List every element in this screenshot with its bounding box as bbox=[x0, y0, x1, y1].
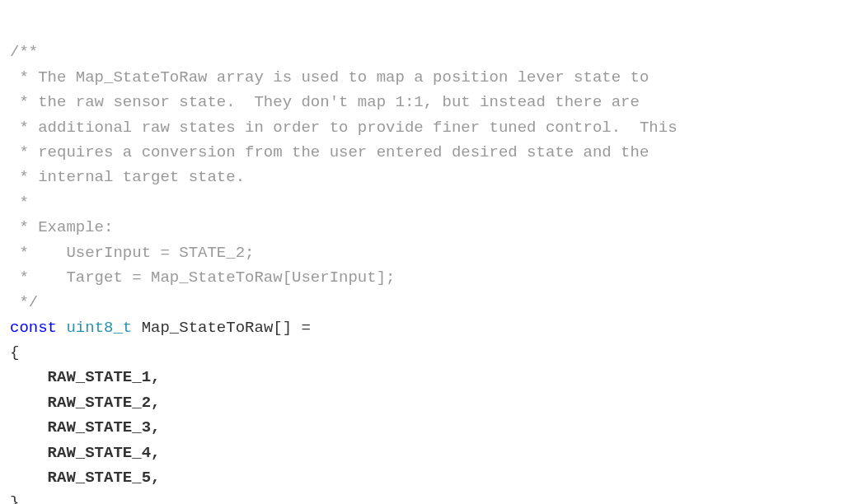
array-item: RAW_STATE_2, bbox=[10, 394, 160, 412]
code-block: /** * The Map_StateToRaw array is used t… bbox=[10, 15, 834, 504]
comment-line: * additional raw states in order to prov… bbox=[10, 119, 678, 137]
array-item: RAW_STATE_1, bbox=[10, 368, 160, 386]
keyword-const: const bbox=[10, 319, 57, 337]
comment-close: */ bbox=[10, 293, 38, 311]
comment-line: * The Map_StateToRaw array is used to ma… bbox=[10, 68, 649, 86]
comment-line: * the raw sensor state. They don't map 1… bbox=[10, 93, 640, 111]
comment-blank: * bbox=[10, 194, 29, 212]
comment-ex-line: * UserInput = STATE_2; bbox=[10, 244, 254, 262]
array-item: RAW_STATE_4, bbox=[10, 444, 160, 462]
comment-line: * internal target state. bbox=[10, 168, 245, 186]
array-declaration: Map_StateToRaw[] = bbox=[142, 319, 311, 337]
brace-close: } bbox=[10, 493, 19, 504]
comment-ex-line: * Target = Map_StateToRaw[UserInput]; bbox=[10, 268, 395, 287]
declaration-line: const uint8_t Map_StateToRaw[] = bbox=[10, 319, 311, 337]
array-item: RAW_STATE_5, bbox=[10, 469, 160, 487]
brace-open: { bbox=[10, 343, 19, 362]
comment-example: * Example: bbox=[10, 218, 113, 236]
comment-open: /** bbox=[10, 43, 38, 61]
comment-line: * requires a conversion from the user en… bbox=[10, 143, 649, 161]
array-item: RAW_STATE_3, bbox=[10, 418, 160, 436]
type-uint8: uint8_t bbox=[66, 319, 132, 337]
